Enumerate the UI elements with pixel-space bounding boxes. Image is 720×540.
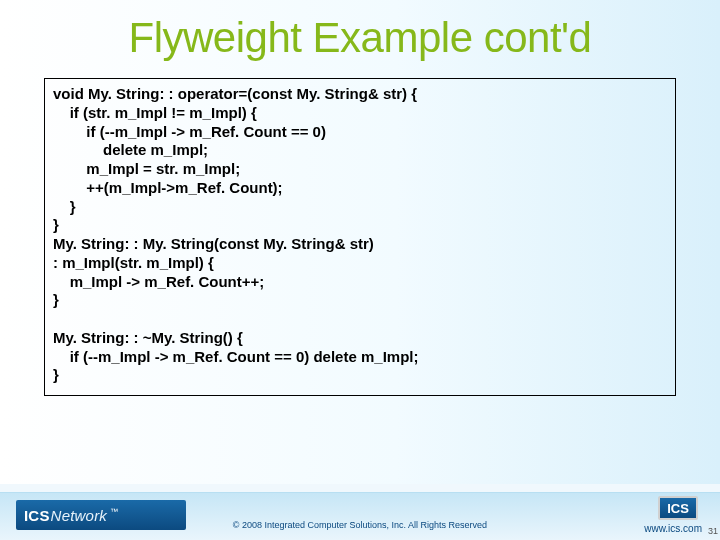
ics-logo: ICS: [658, 496, 698, 520]
footer-url: www.ics.com: [644, 523, 702, 534]
slide-title: Flyweight Example cont'd: [0, 0, 720, 70]
trademark-icon: ™: [110, 507, 118, 516]
code-block: void My. String: : operator=(const My. S…: [44, 78, 676, 396]
slide: Flyweight Example cont'd void My. String…: [0, 0, 720, 540]
footer-bar: ICSNetwork ™ © 2008 Integrated Computer …: [0, 492, 720, 540]
copyright-text: © 2008 Integrated Computer Solutions, In…: [0, 520, 720, 530]
page-number: 31: [708, 526, 718, 536]
